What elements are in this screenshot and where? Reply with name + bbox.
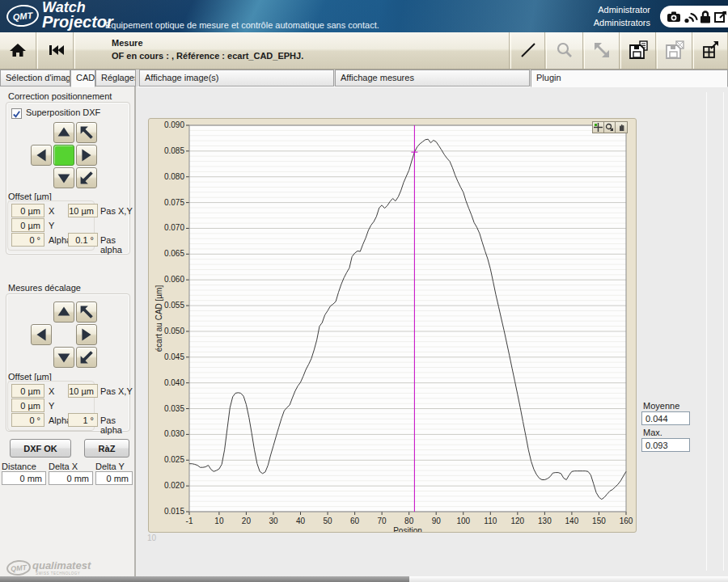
x-axis-title: Position — [393, 526, 422, 532]
brand-subtitle: SWISS TECHNOLOGY — [36, 571, 91, 576]
pan-tool-button[interactable] — [616, 122, 627, 133]
measure-offset-y-field[interactable]: 0 µm — [11, 399, 44, 412]
y-tick-label: 0.080 — [164, 172, 184, 181]
distance-field[interactable]: 0 mm — [2, 471, 46, 485]
measure-offset-alpha-field[interactable]: 0 ° — [11, 413, 44, 427]
zoom-button[interactable] — [546, 32, 583, 69]
y-tick-label: 0.045 — [164, 352, 184, 361]
taskbar-fragment-light — [409, 576, 728, 582]
move-right-button[interactable] — [76, 145, 97, 166]
camera-icon[interactable] — [666, 9, 682, 25]
measure-down-left-button[interactable] — [76, 347, 97, 368]
superposition-label: Superposition DXF — [26, 108, 100, 117]
line-tool-button[interactable] — [510, 32, 545, 69]
y-tick-label: 0.085 — [164, 146, 184, 155]
move-left-button[interactable] — [31, 145, 52, 166]
logo-line2: Projector — [42, 15, 113, 29]
pas-alpha-field[interactable]: 0.1 ° — [68, 233, 98, 247]
layout-button[interactable] — [693, 32, 728, 69]
measure-up-button[interactable] — [53, 302, 74, 323]
taskbar-fragment — [0, 576, 409, 582]
superposition-checkbox[interactable] — [11, 108, 22, 119]
lock-icon[interactable] — [698, 9, 713, 25]
line-tool-icon — [518, 40, 539, 62]
x-tick-label: 130 — [538, 517, 552, 525]
y-tick-label: 0.050 — [164, 327, 184, 335]
cursor-tool-button[interactable] — [593, 122, 604, 133]
brand-logo: QMT qualimatest SWISS TECHNOLOGY — [6, 559, 91, 576]
x-tick-label: 60 — [350, 517, 360, 525]
user-info: Administrator Administrators — [594, 3, 650, 29]
x-tick-label: 10 — [214, 517, 224, 525]
tab-reglages[interactable]: Réglages — [95, 70, 136, 86]
measure-pas-xy-label: Pas X,Y — [100, 386, 133, 396]
x-tick-label: 160 — [620, 517, 633, 525]
resize-button[interactable] — [584, 32, 620, 69]
measure-pas-xy-field[interactable]: 10 µm — [68, 384, 98, 398]
measure-up-left-button[interactable] — [76, 302, 97, 323]
offset-alpha-field[interactable]: 0 ° — [11, 233, 44, 247]
measure-right-button[interactable] — [76, 324, 97, 345]
y-tick-label: 0.040 — [164, 378, 184, 387]
pas-alpha-label: Pas alpha — [100, 235, 134, 255]
move-down-left-button[interactable] — [76, 167, 97, 188]
tab-affichage-mesures[interactable]: Affichage mesures — [335, 70, 530, 86]
save-report-button[interactable] — [620, 32, 656, 69]
y-tick-label: 0.035 — [164, 404, 184, 413]
y-tick-label: 0.030 — [164, 429, 184, 438]
chart-svg-mount: 0.0150.0200.0250.0300.0350.0400.0450.050… — [149, 119, 636, 534]
rewind-button[interactable] — [37, 32, 74, 69]
delta-y-field[interactable]: 0 mm — [95, 471, 133, 485]
dxf-ok-button[interactable]: DXF OK — [10, 439, 71, 458]
y-tick-label: 0.075 — [164, 198, 184, 207]
measure-pas-alpha-label: Pas alpha — [100, 415, 134, 435]
measure-title: Mesure — [112, 38, 509, 48]
x-tick-label: 30 — [269, 517, 278, 525]
offset-x-field[interactable]: 0 µm — [11, 204, 44, 217]
move-down-button[interactable] — [53, 167, 74, 188]
qmt-logo-text: QMT — [12, 10, 33, 21]
app-window: QMT Watch Projector Equipement optique d… — [0, 0, 728, 582]
header-subtitle: Equipement optique de mesure et contrôle… — [105, 20, 379, 30]
tab-plugin[interactable]: Plugin — [531, 70, 728, 87]
tab-cad[interactable]: CAD — [70, 70, 95, 87]
tab-affichage-images[interactable]: Affichage image(s) — [139, 70, 334, 86]
move-up-left-button[interactable] — [76, 122, 97, 143]
y-tick-label: 0.055 — [164, 301, 184, 310]
x-tick-label: 90 — [432, 517, 442, 525]
brand-badge: QMT — [6, 559, 32, 576]
y-axis-title: écart au CAD [µm] — [154, 285, 163, 352]
y-tick-label: 0.090 — [164, 120, 184, 129]
y-tick-label: 0.070 — [164, 223, 184, 232]
offset-y-field[interactable]: 0 µm — [11, 218, 44, 232]
moyenne-field[interactable]: 0.044 — [641, 411, 690, 425]
y-tick-label: 0.020 — [164, 481, 184, 490]
signal-icon[interactable] — [682, 9, 698, 25]
delta-x-field[interactable]: 0 mm — [49, 471, 93, 485]
measure-offset-x-field[interactable]: 0 µm — [11, 384, 44, 398]
pas-xy-label: Pas X,Y — [100, 206, 133, 216]
plugin-panel: 0.0150.0200.0250.0300.0350.0400.0450.050… — [138, 86, 728, 582]
delta-y-label: Delta Y — [95, 462, 125, 471]
max-field[interactable]: 0.093 — [641, 438, 690, 452]
save-image-button[interactable] — [657, 32, 692, 69]
measure-header[interactable]: Mesure OF en cours : , Référence : ecart… — [74, 32, 510, 69]
raz-button[interactable]: RàZ — [84, 439, 129, 458]
window-resize-icon[interactable] — [713, 9, 728, 25]
deviation-chart: 0.0150.0200.0250.0300.0350.0400.0450.050… — [148, 118, 637, 533]
distance-label: Distance — [2, 462, 36, 471]
pas-xy-field[interactable]: 10 µm — [68, 204, 98, 217]
measure-left-button[interactable] — [31, 324, 52, 345]
x-tick-label: -1 — [186, 517, 193, 525]
layout-grid-icon — [700, 39, 722, 63]
save-report-icon — [627, 39, 650, 63]
zoom-tool-button[interactable] — [604, 122, 616, 133]
measure-down-button[interactable] — [53, 347, 74, 368]
qmt-logo: QMT — [6, 3, 40, 28]
tab-selection-image[interactable]: Sélection d'image — [0, 70, 70, 86]
measure-pas-alpha-field[interactable]: 1 ° — [68, 413, 98, 427]
home-button[interactable] — [0, 32, 36, 69]
position-center-indicator[interactable] — [53, 145, 74, 166]
rewind-icon — [45, 40, 66, 61]
move-up-button[interactable] — [53, 122, 74, 143]
